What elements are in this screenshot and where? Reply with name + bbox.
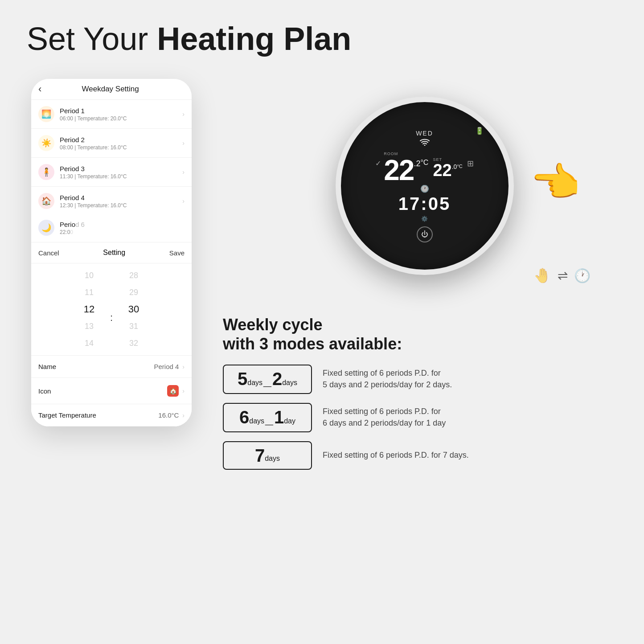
period-item-1[interactable]: 🌅 Period 1 06:00 | Temperature: 20.0°C › xyxy=(31,100,192,129)
weekly-section: Weekly cycle with 3 modes available: 5 d… xyxy=(223,306,626,487)
room-temp-decimal: .2 xyxy=(414,160,420,168)
picker-min-28[interactable]: 28 xyxy=(129,267,138,284)
eco-icon: ⚙️ xyxy=(421,216,428,222)
time-picker[interactable]: 10 11 12 13 14 : 28 29 30 31 32 xyxy=(31,263,192,356)
period-1-detail: 06:00 | Temperature: 20.0°C xyxy=(60,115,182,122)
period-2-detail: 08:00 | Temperature: 16.0°C xyxy=(60,144,182,151)
room-temp-number: 22 xyxy=(384,156,414,185)
mode-item-5-2: 5 days _ 2 days Fixed setting of 6 perio… xyxy=(223,365,626,394)
period-1-name: Period 1 xyxy=(60,107,182,115)
period-3-detail: 11:30 | Temperature: 16.0°C xyxy=(60,173,182,180)
picker-minutes-col[interactable]: 28 29 30 31 32 xyxy=(116,267,152,352)
period-3-name: Period 3 xyxy=(60,165,182,172)
field-temp-value[interactable]: 16.0°C › xyxy=(158,411,185,419)
sheet-save-button[interactable]: Save xyxy=(169,249,185,257)
mode-5-num1: 5 xyxy=(238,370,247,388)
field-temp[interactable]: Target Temperature 16.0°C › xyxy=(31,404,192,427)
period-item-6-partial[interactable]: 🌙 Period 6 22:00 xyxy=(31,213,192,242)
period-4-name: Period 4 xyxy=(60,194,182,201)
mode-5-sub1: days xyxy=(247,379,263,389)
back-button[interactable]: ‹ xyxy=(38,83,41,95)
period-6-icon: 🌙 xyxy=(38,220,54,236)
wifi-icon xyxy=(420,139,430,148)
period-6-info: Period 6 22:00 xyxy=(60,221,185,235)
picker-min-31[interactable]: 31 xyxy=(129,318,138,335)
phone-container: ‹ Weekday Setting 🌅 Period 1 06:00 | Tem… xyxy=(18,70,205,625)
mode-7-sub1: days xyxy=(265,455,280,464)
battery-icon: 🔋 xyxy=(475,127,484,135)
period-2-info: Period 2 08:00 | Temperature: 16.0°C xyxy=(60,136,182,151)
period-2-chevron: › xyxy=(182,139,185,147)
mode-7-desc: Fixed setting of 6 periods P.D. for 7 da… xyxy=(323,450,469,461)
field-icon[interactable]: Icon 🏠 › xyxy=(31,378,192,404)
mode-badge-7: 7 days xyxy=(223,441,312,470)
home-icon-badge: 🏠 xyxy=(167,385,179,397)
sheet-cancel-button[interactable]: Cancel xyxy=(38,249,59,257)
room-temp-section: ROOM 22 .2 °C xyxy=(384,152,428,185)
svg-point-0 xyxy=(424,144,425,146)
picker-min-32[interactable]: 32 xyxy=(129,335,138,352)
period-6-detail: 22:00 xyxy=(60,229,185,235)
period-4-icon: 🏠 xyxy=(38,193,54,209)
field-name[interactable]: Name Period 4 › xyxy=(31,356,192,378)
picker-hour-13[interactable]: 13 xyxy=(85,318,94,335)
picker-hour-11[interactable]: 11 xyxy=(85,284,94,301)
clock-icon: 🕐 xyxy=(420,185,429,193)
mode-item-6-1: 6 days _ 1 day Fixed setting of 6 period… xyxy=(223,403,626,432)
period-3-chevron: › xyxy=(182,168,185,176)
settings-fields: Name Period 4 › Icon 🏠 › xyxy=(31,356,192,427)
thermo-day: WED xyxy=(416,130,433,137)
page-title: Set Your Heating Plan xyxy=(27,21,617,57)
period-1-icon: 🌅 xyxy=(38,106,54,122)
period-3-info: Period 3 11:30 | Temperature: 16.0°C xyxy=(60,165,182,180)
page-header: Set Your Heating Plan xyxy=(0,0,644,70)
set-temp-section: SET 22 .0 °C xyxy=(433,157,462,179)
temp-display-row: ✓ ROOM 22 .2 °C SET 22 xyxy=(375,152,473,185)
period-item-2[interactable]: ☀️ Period 2 08:00 | Temperature: 16.0°C … xyxy=(31,129,192,158)
title-normal: Set Your xyxy=(27,21,157,57)
picker-hour-10[interactable]: 10 xyxy=(85,267,94,284)
mode-6-num1: 6 xyxy=(239,408,249,426)
period-4-chevron: › xyxy=(182,197,185,205)
interaction-icons: 🤚 ⇌ 🕐 xyxy=(533,267,591,284)
field-name-label: Name xyxy=(38,363,56,370)
mode-5-2-desc: Fixed setting of 6 periods P.D. for5 day… xyxy=(323,368,452,390)
field-temp-label: Target Temperature xyxy=(38,411,96,419)
mode-5-sep: _ xyxy=(263,372,272,389)
room-temp-value: 22 .2 °C xyxy=(384,156,428,185)
period-6-name: Period 6 xyxy=(60,221,185,228)
period-item-4[interactable]: 🏠 Period 4 12:30 | Temperature: 16.0°C › xyxy=(31,187,192,216)
field-name-chevron: › xyxy=(182,363,185,370)
check-icon: ✓ xyxy=(375,159,381,168)
period-4-detail: 12:30 | Temperature: 16.0°C xyxy=(60,202,182,209)
mode-badge-6-1: 6 days _ 1 day xyxy=(223,403,312,432)
picker-hour-12[interactable]: 12 xyxy=(84,301,94,318)
field-icon-value[interactable]: 🏠 › xyxy=(167,385,185,397)
period-item-3[interactable]: 🧍 Period 3 11:30 | Temperature: 16.0°C › xyxy=(31,158,192,187)
period-4-info: Period 4 12:30 | Temperature: 16.0°C xyxy=(60,194,182,209)
arrows-icon: ⇌ xyxy=(558,268,568,283)
picker-hour-14[interactable]: 14 xyxy=(85,335,94,352)
thermo-time: 17:05 xyxy=(398,194,451,214)
clock-circle-icon: 🕐 xyxy=(574,268,591,283)
mode-badge-5-2: 5 days _ 2 days xyxy=(223,365,312,394)
set-temp-unit: °C xyxy=(457,164,462,169)
right-side: 🔋 WED ✓ xyxy=(223,70,626,625)
set-temp-decimal: .0 xyxy=(452,164,457,170)
field-name-value[interactable]: Period 4 › xyxy=(154,363,185,370)
period-2-icon: ☀️ xyxy=(38,135,54,151)
mode-item-7: 7 days Fixed setting of 6 periods P.D. f… xyxy=(223,441,626,470)
room-temp-unit: °C xyxy=(420,159,428,167)
thermostat-area: 🔋 WED ✓ xyxy=(223,79,626,293)
mode-7-num1: 7 xyxy=(255,447,265,464)
picker-hours-col[interactable]: 10 11 12 13 14 xyxy=(71,267,107,352)
picker-min-29[interactable]: 29 xyxy=(129,284,138,301)
mode-6-sep: _ xyxy=(264,410,274,427)
hand-pointer-icon: 👉 xyxy=(532,159,582,206)
period-2-name: Period 2 xyxy=(60,136,182,144)
thermostat-device: 🔋 WED ✓ xyxy=(336,97,514,275)
app-header: ‹ Weekday Setting xyxy=(31,79,192,100)
power-button[interactable]: ⏻ xyxy=(417,226,433,242)
set-temp-value: 22 .0 °C xyxy=(433,162,462,179)
picker-min-30[interactable]: 30 xyxy=(128,301,139,318)
